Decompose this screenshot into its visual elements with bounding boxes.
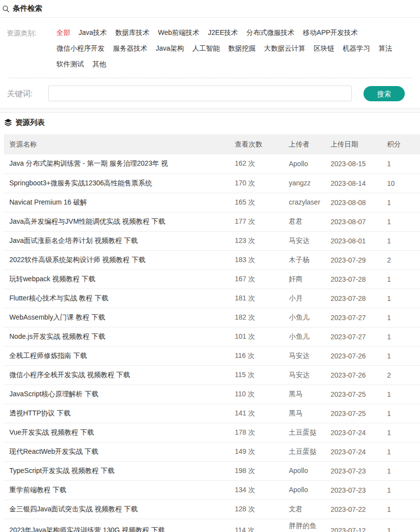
search-panel: 条件检索 资源类别: 全部Java技术数据库技术Web前端技术J2EE技术分布式… [0,0,420,108]
resource-name[interactable]: Vue开发实战 视频教程 下载 [4,423,235,442]
keyword-label: 关键词: [7,88,48,99]
resource-points: 1 [387,289,420,308]
resource-uploader: 黑马 [289,404,331,423]
resource-uploader: 小鱼儿 [289,327,331,346]
category-item[interactable]: 全部 [56,28,70,37]
table-header-row: 资源名称 查看次数 上传者 上传日期 积分 [4,134,420,154]
resource-views: 167 次 [235,269,289,289]
table-row[interactable]: 微信小程序全栈开发实战 视频教程 下载 115 次 马安达 2023-07-26… [4,365,420,384]
category-item[interactable]: Java技术 [79,28,107,37]
table-row[interactable]: Java面试涨薪名企培养计划 视频教程 下载 123 次 马安达 2023-08… [4,231,420,250]
category-item[interactable]: 微信小程序开发 [56,44,105,53]
table-row[interactable]: Springboot3+微服务实战12306高性能售票系统 170 次 yang… [4,174,420,193]
resource-uploader: 小鱼儿 [289,308,331,327]
resource-date: 2023-08-15 [331,154,387,174]
resource-name[interactable]: Navicat Premium 16 破解 [4,193,235,212]
category-filter-row: 资源类别: 全部Java技术数据库技术Web前端技术J2EE技术分布式微服技术移… [0,18,420,69]
resource-name[interactable]: 重学前端教程 下载 [4,480,235,500]
resource-points: 10 [387,174,420,193]
search-icon [2,5,10,13]
resource-name[interactable]: Java高并发编程与JVM性能调优实战 视频教程 下载 [4,212,235,231]
resource-date: 2023-08-07 [331,212,387,231]
category-item[interactable]: 移动APP开发技术 [303,28,358,37]
resource-uploader: 胖胖的鱼头 [289,519,331,532]
resource-name[interactable]: Springboot3+微服务实战12306高性能售票系统 [4,174,235,193]
resource-views: 183 次 [235,250,289,269]
category-label: 资源类别: [7,28,56,69]
table-row[interactable]: 重学前端教程 下载 134 次 Apollo 2023-07-23 1 [4,480,420,500]
table-row[interactable]: Vue开发实战 视频教程 下载 178 次 土豆蛋挞 2023-07-24 1 [4,423,420,442]
table-row[interactable]: 现代ReactWeb开发实战 下载 149 次 土豆蛋挞 2023-07-24 … [4,442,420,461]
resource-name[interactable]: Node.js开发实战 视频教程 下载 [4,327,235,346]
category-item[interactable]: 服务器技术 [113,44,147,53]
resource-date: 2023-08-14 [331,174,387,193]
table-row[interactable]: 全栈工程师修炼指南 下载 116 次 马安达 2023-07-26 1 [4,346,420,365]
resource-views: 116 次 [235,346,289,365]
resource-date: 2023-07-23 [331,480,387,500]
resource-name[interactable]: TypeScript开发实战 视频教程 下载 [4,461,235,480]
table-row[interactable]: Java 分布式架构训练营 - 第一期 服务治理2023年 视 162 次 Ap… [4,154,420,174]
resource-name[interactable]: 微信小程序全栈开发实战 视频教程 下载 [4,365,235,384]
resource-points: 1 [387,308,420,327]
category-item[interactable]: 区块链 [314,44,335,53]
resource-name[interactable]: WebAssembly入门课 教程 下载 [4,308,235,327]
table-row[interactable]: 透视HTTP协议 下载 141 次 黑马 2023-07-25 1 [4,404,420,423]
category-item[interactable]: 其他 [92,59,106,69]
resource-points: 1 [387,423,420,442]
resource-name[interactable]: 透视HTTP协议 下载 [4,404,235,423]
table-row[interactable]: 金三银四Java面试突击实战 视频教程 下载 128 次 文君 2023-07-… [4,500,420,519]
resource-uploader: 马安达 [289,365,331,384]
resource-name[interactable]: Java面试涨薪名企培养计划 视频教程 下载 [4,231,235,250]
resource-views: 178 次 [235,423,289,442]
resource-name[interactable]: 全栈工程师修炼指南 下载 [4,346,235,365]
resource-views: 170 次 [235,174,289,193]
keyword-row: 关键词: 搜索 [0,78,420,108]
category-item[interactable]: 算法 [379,44,392,53]
resource-name[interactable]: 2023年Java架构师实战训练营 130G 视频教程 下载 [4,519,235,532]
category-item[interactable]: 软件测试 [56,59,84,69]
resource-name[interactable]: 金三银四Java面试突击实战 视频教程 下载 [4,500,235,519]
keyword-input[interactable] [48,86,352,101]
table-row[interactable]: Node.js开发实战 视频教程 下载 101 次 小鱼儿 2023-07-27… [4,327,420,346]
resource-list-header: 资源列表 [0,113,420,132]
category-list: 全部Java技术数据库技术Web前端技术J2EE技术分布式微服技术移动APP开发… [56,28,413,69]
category-item[interactable]: J2EE技术 [208,28,238,37]
table-row[interactable]: 2023年Java架构师实战训练营 130G 视频教程 下载 114 次 胖胖的… [4,519,420,532]
resource-points: 1 [387,231,420,250]
resource-date: 2023-07-26 [331,365,387,384]
category-item[interactable]: 机器学习 [343,44,370,53]
resource-views: 198 次 [235,461,289,480]
resource-name[interactable]: Java 分布式架构训练营 - 第一期 服务治理2023年 视 [4,154,235,174]
category-item[interactable]: 大数据云计算 [264,44,306,53]
resource-views: 162 次 [235,154,289,174]
resource-name[interactable]: 现代ReactWeb开发实战 下载 [4,442,235,461]
table-row[interactable]: Navicat Premium 16 破解 165 次 crazylaser 2… [4,193,420,212]
search-button[interactable]: 搜索 [364,86,405,101]
resource-uploader: 君君 [289,212,331,231]
resource-points: 1 [387,480,420,500]
resource-uploader: Apollo [289,480,331,500]
category-item[interactable]: 人工智能 [193,44,220,53]
category-item[interactable]: Java架构 [156,44,184,53]
resource-name[interactable]: 玩转webpack 视频教程 下载 [4,269,235,289]
category-item[interactable]: 数据挖掘 [228,44,256,53]
resource-uploader: Apollo [289,154,331,174]
resource-name[interactable]: JavaScript核心原理解析 下载 [4,384,235,404]
table-row[interactable]: 2022软件高级系统架构设计师 视频教程 下载 183 次 木子杨 2023-0… [4,250,420,269]
table-row[interactable]: Flutter核心技术与实战 教程 下载 181 次 小月 2023-07-28… [4,289,420,308]
resource-date: 2023-07-27 [331,308,387,327]
resource-points: 1 [387,154,420,174]
table-row[interactable]: 玩转webpack 视频教程 下载 167 次 奸商 2023-07-28 1 [4,269,420,289]
category-item[interactable]: 数据库技术 [115,28,150,37]
resource-name[interactable]: Flutter核心技术与实战 教程 下载 [4,289,235,308]
table-row[interactable]: WebAssembly入门课 教程 下载 182 次 小鱼儿 2023-07-2… [4,308,420,327]
table-row[interactable]: TypeScript开发实战 视频教程 下载 198 次 Apollo 2023… [4,461,420,480]
table-row[interactable]: Java高并发编程与JVM性能调优实战 视频教程 下载 177 次 君君 202… [4,212,420,231]
resource-name[interactable]: 2022软件高级系统架构设计师 视频教程 下载 [4,250,235,269]
category-item[interactable]: 分布式微服技术 [247,28,295,37]
table-row[interactable]: JavaScript核心原理解析 下载 110 次 黑马 2023-07-25 … [4,384,420,404]
category-item[interactable]: Web前端技术 [158,28,200,37]
resource-uploader: 小月 [289,289,331,308]
resource-points: 1 [387,384,420,404]
resource-table-body: Java 分布式架构训练营 - 第一期 服务治理2023年 视 162 次 Ap… [4,154,420,532]
